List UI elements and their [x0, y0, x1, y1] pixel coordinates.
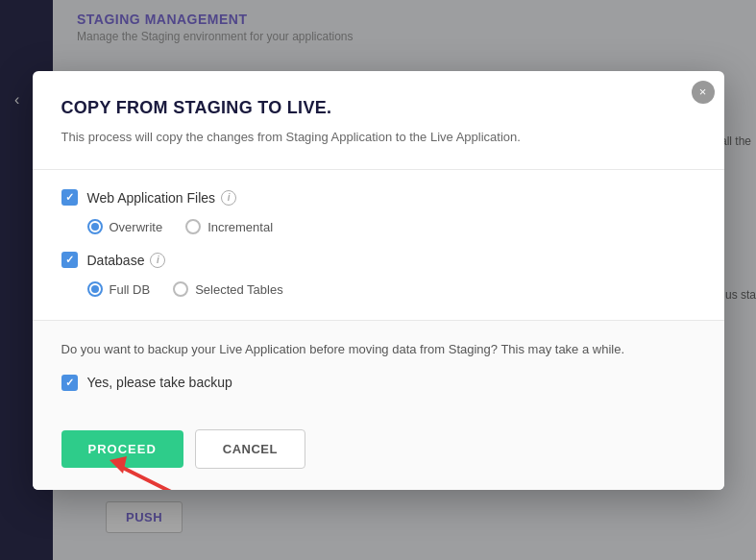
backup-description: Do you want to backup your Live Applicat…	[61, 340, 695, 359]
overwrite-radio-button[interactable]	[87, 219, 103, 234]
overwrite-radio-dot	[91, 223, 99, 231]
buttons-section: PROCEED CANCEL	[33, 414, 724, 490]
selected-tables-radio-button[interactable]	[173, 281, 188, 297]
checkmark-icon: ✓	[65, 191, 74, 204]
backup-checkbox[interactable]: ✓	[61, 375, 78, 391]
web-app-files-row: ✓ Web Application Files i	[61, 189, 695, 206]
full-db-radio-button[interactable]	[87, 281, 103, 297]
backup-checkbox-row: ✓ Yes, please take backup	[61, 375, 695, 391]
backup-section: Do you want to backup your Live Applicat…	[33, 321, 724, 414]
web-app-files-info-icon[interactable]: i	[221, 190, 236, 206]
svg-line-0	[119, 466, 177, 490]
database-options: Full DB Selected Tables	[87, 281, 695, 297]
selected-tables-radio[interactable]: Selected Tables	[173, 281, 283, 297]
database-label: Database	[87, 253, 145, 268]
full-db-radio[interactable]: Full DB	[87, 281, 151, 297]
web-app-files-options: Overwrite Incremental	[87, 219, 695, 234]
red-arrow-icon	[90, 447, 186, 490]
selected-tables-label: Selected Tables	[195, 282, 283, 297]
web-app-files-label: Web Application Files	[87, 190, 216, 206]
modal-title: COPY FROM STAGING TO LIVE.	[61, 98, 695, 118]
options-section: ✓ Web Application Files i Overwrite Incr…	[33, 170, 724, 321]
incremental-radio-button[interactable]	[185, 219, 201, 234]
web-app-files-checkbox[interactable]: ✓	[61, 189, 78, 206]
close-icon: ×	[699, 85, 707, 99]
db-checkmark-icon: ✓	[65, 254, 74, 266]
svg-marker-1	[110, 456, 127, 474]
overwrite-radio[interactable]: Overwrite	[87, 219, 163, 234]
database-checkbox[interactable]: ✓	[61, 252, 78, 268]
modal-description: This process will copy the changes from …	[61, 128, 695, 147]
cancel-button[interactable]: CANCEL	[195, 429, 305, 469]
modal-overlay: × COPY FROM STAGING TO LIVE. This proces…	[0, 0, 756, 560]
full-db-label: Full DB	[110, 282, 151, 297]
database-info-icon[interactable]: i	[150, 253, 165, 268]
modal-close-button[interactable]: ×	[692, 81, 715, 104]
database-row: ✓ Database i	[61, 252, 695, 268]
overwrite-label: Overwrite	[110, 220, 163, 234]
full-db-radio-dot	[91, 285, 99, 293]
incremental-radio[interactable]: Incremental	[185, 219, 273, 234]
modal-dialog: × COPY FROM STAGING TO LIVE. This proces…	[33, 71, 724, 490]
backup-checkmark-icon: ✓	[65, 377, 74, 389]
backup-label: Yes, please take backup	[87, 375, 232, 390]
incremental-label: Incremental	[207, 220, 273, 234]
modal-header: COPY FROM STAGING TO LIVE. This process …	[33, 71, 724, 171]
